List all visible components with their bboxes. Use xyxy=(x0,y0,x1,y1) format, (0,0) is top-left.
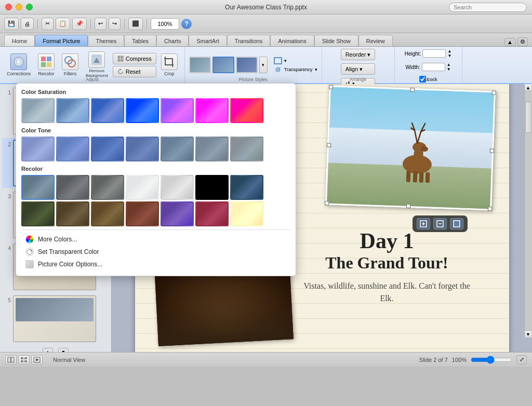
slide-num-2: 2 xyxy=(4,140,11,147)
recolor-2[interactable] xyxy=(56,175,89,200)
saturation-3[interactable] xyxy=(126,98,159,123)
saturation-1[interactable] xyxy=(56,98,89,123)
picture-styles-items: ▾ ▾ Transparency ▾ xyxy=(189,49,317,81)
scroll-down-arrow[interactable]: ▼ xyxy=(525,330,531,337)
picture-style-effects-area: ▾ Transparency ▾ xyxy=(274,57,317,73)
saturation-0[interactable] xyxy=(21,98,55,123)
tab-smartart[interactable]: SmartArt xyxy=(189,35,227,46)
tab-transitions[interactable]: Transitions xyxy=(227,35,270,46)
zoom-slider[interactable] xyxy=(471,356,512,364)
zoom-input[interactable]: 100% xyxy=(151,18,179,30)
slide-thumbnail-5[interactable]: 5 xyxy=(2,294,109,344)
img-tb-btn-3[interactable] xyxy=(450,218,463,229)
recolor-11[interactable] xyxy=(126,201,159,226)
ribbon-collapse-button[interactable]: ▲ xyxy=(504,38,515,46)
recolor-12[interactable] xyxy=(161,201,194,226)
picture-style-2[interactable] xyxy=(212,57,234,73)
reorder-button[interactable]: Reorder ▾ xyxy=(341,49,376,60)
window-controls[interactable] xyxy=(5,4,33,10)
paste-button[interactable]: 📌 xyxy=(72,18,87,30)
align-button[interactable]: Align ▾ xyxy=(341,63,376,75)
print-button[interactable]: 🖨 xyxy=(21,18,34,30)
picture-color-options-item[interactable]: Picture Color Options... xyxy=(21,258,290,270)
recolor-8[interactable] xyxy=(21,201,55,226)
vertical-scrollbar[interactable]: ▲ ▼ xyxy=(524,84,532,337)
tone-5[interactable] xyxy=(161,137,194,161)
tab-charts[interactable]: Charts xyxy=(156,35,189,46)
recolor-5[interactable] xyxy=(161,175,194,200)
scrollbar-thumb[interactable] xyxy=(525,102,532,133)
recolor-14[interactable] xyxy=(230,201,263,226)
tab-animations[interactable]: Animations xyxy=(270,35,314,46)
img-tb-btn-1[interactable] xyxy=(417,218,430,229)
width-stepper[interactable]: ▲ ▼ xyxy=(447,62,451,72)
tab-home[interactable]: Home xyxy=(4,35,35,46)
corrections-button[interactable]: Corrections xyxy=(4,52,33,78)
panel-scroll-up[interactable]: ▲ xyxy=(43,348,53,352)
picture-border-button[interactable]: ▾ xyxy=(274,57,317,64)
tone-2[interactable] xyxy=(56,137,89,161)
help-button[interactable]: ? xyxy=(181,19,192,29)
tone-6[interactable] xyxy=(195,137,229,161)
filters-button[interactable]: Filters xyxy=(59,52,81,78)
tone-3[interactable] xyxy=(91,137,124,161)
picture-style-1[interactable] xyxy=(189,57,211,73)
insert-button[interactable]: ⬛ xyxy=(128,18,143,30)
svg-rect-34 xyxy=(21,360,23,362)
slide-photo-elk[interactable] xyxy=(325,85,496,210)
tab-themes[interactable]: Themes xyxy=(88,35,124,46)
cut-button[interactable]: ✂ xyxy=(42,18,54,30)
svg-rect-11 xyxy=(118,59,120,61)
ribbon-options-button[interactable]: ⚙ xyxy=(517,37,528,46)
fit-button[interactable]: ⤢ xyxy=(516,355,527,364)
search-input[interactable] xyxy=(449,3,527,12)
picture-style-more-button[interactable]: ▾ xyxy=(259,57,268,73)
copy-button[interactable]: 📋 xyxy=(56,18,70,30)
tab-format-picture[interactable]: Format Picture xyxy=(35,35,88,46)
scroll-up-arrow[interactable]: ▲ xyxy=(525,84,531,91)
recolor-13[interactable] xyxy=(195,201,229,226)
compress-button[interactable]: Compress xyxy=(113,53,156,64)
more-colors-item[interactable]: More Colors... xyxy=(21,233,290,246)
saturation-4[interactable] xyxy=(161,98,194,123)
recolor-selected[interactable] xyxy=(21,175,55,200)
arrange-items: Reorder ▾ Align ▾ ↺ ▾ xyxy=(341,49,376,89)
slideshow-view-btn[interactable] xyxy=(31,355,43,364)
tab-tables[interactable]: Tables xyxy=(124,35,156,46)
tab-slideshow[interactable]: Slide Show xyxy=(314,35,358,46)
tab-review[interactable]: Review xyxy=(358,35,393,46)
normal-view-btn[interactable] xyxy=(5,355,17,364)
grid-view-btn[interactable] xyxy=(18,355,30,364)
tone-4[interactable] xyxy=(126,137,159,161)
remove-background-button[interactable]: RemoveBackground xyxy=(83,50,111,80)
close-button[interactable] xyxy=(5,4,12,10)
recolor-10[interactable] xyxy=(91,201,124,226)
panel-scroll-down[interactable]: ▼ xyxy=(58,348,69,352)
recolor-7[interactable] xyxy=(230,175,263,200)
recolor-6[interactable] xyxy=(195,175,229,200)
img-tb-btn-2[interactable] xyxy=(433,218,447,229)
recolor-4[interactable] xyxy=(126,175,159,200)
height-input[interactable]: 2.86" xyxy=(422,49,446,58)
height-stepper[interactable]: ▲ ▼ xyxy=(447,49,451,58)
recolor-3[interactable] xyxy=(91,175,124,200)
set-transparent-item[interactable]: Set Transparent Color xyxy=(21,246,290,258)
tone-1[interactable] xyxy=(21,137,55,161)
recolor-9[interactable] xyxy=(56,201,89,226)
undo-button[interactable]: ↩ xyxy=(95,18,107,30)
minimize-button[interactable] xyxy=(16,4,22,10)
saturation-5[interactable] xyxy=(195,98,229,123)
recolor-button[interactable]: Recolor xyxy=(35,52,57,78)
picture-styles-group-label: Picture Styles xyxy=(185,77,322,82)
tone-7[interactable] xyxy=(230,137,263,161)
reset-button[interactable]: Reset xyxy=(113,66,156,77)
width-input[interactable]: 4.29" xyxy=(422,63,445,71)
crop-button[interactable]: Crop xyxy=(158,52,180,78)
picture-style-3[interactable] xyxy=(236,57,258,73)
transparency-button[interactable]: Transparency ▾ xyxy=(274,66,317,73)
saturation-6[interactable] xyxy=(230,98,263,123)
redo-button[interactable]: ↪ xyxy=(109,18,121,30)
saturation-2[interactable] xyxy=(91,98,124,123)
maximize-button[interactable] xyxy=(26,4,33,10)
save-button[interactable]: 💾 xyxy=(4,18,19,30)
